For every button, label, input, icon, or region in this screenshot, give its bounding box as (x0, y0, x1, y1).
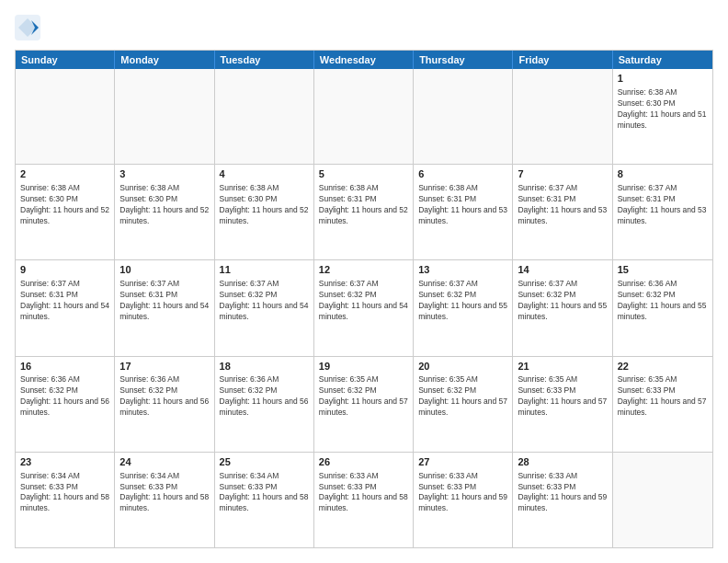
cell-info: Sunrise: 6:37 AM Sunset: 6:32 PM Dayligh… (319, 279, 408, 323)
day-number: 14 (518, 263, 607, 277)
cell-info: Sunrise: 6:37 AM Sunset: 6:31 PM Dayligh… (20, 279, 109, 323)
day-number: 20 (418, 360, 507, 373)
weekday-header-monday: Monday (115, 51, 214, 69)
day-number: 16 (20, 360, 109, 373)
day-number: 27 (418, 455, 507, 469)
calendar-cell-21: 21Sunrise: 6:35 AM Sunset: 6:33 PM Dayli… (513, 357, 612, 452)
cell-info: Sunrise: 6:38 AM Sunset: 6:31 PM Dayligh… (319, 183, 408, 227)
day-number: 23 (20, 455, 109, 469)
cell-info: Sunrise: 6:33 AM Sunset: 6:33 PM Dayligh… (319, 471, 408, 515)
calendar-row-4: 23Sunrise: 6:34 AM Sunset: 6:33 PM Dayli… (16, 452, 712, 547)
calendar-row-0: 1Sunrise: 6:38 AM Sunset: 6:30 PM Daylig… (16, 69, 712, 164)
weekday-header-thursday: Thursday (414, 51, 513, 69)
day-number: 22 (618, 360, 708, 373)
day-number: 7 (518, 167, 607, 181)
weekday-header-sunday: Sunday (16, 51, 115, 69)
calendar-row-1: 2Sunrise: 6:38 AM Sunset: 6:30 PM Daylig… (16, 164, 712, 259)
day-number: 3 (119, 167, 209, 181)
cell-info: Sunrise: 6:37 AM Sunset: 6:32 PM Dayligh… (418, 279, 507, 323)
day-number: 9 (20, 263, 109, 277)
cell-info: Sunrise: 6:35 AM Sunset: 6:32 PM Dayligh… (418, 374, 507, 419)
cell-info: Sunrise: 6:37 AM Sunset: 6:32 PM Dayligh… (220, 279, 309, 323)
day-number: 26 (319, 455, 408, 469)
calendar-cell-12: 12Sunrise: 6:37 AM Sunset: 6:32 PM Dayli… (314, 260, 414, 355)
cell-info: Sunrise: 6:34 AM Sunset: 6:33 PM Dayligh… (20, 471, 109, 515)
calendar: SundayMondayTuesdayWednesdayThursdayFrid… (15, 50, 713, 548)
calendar-cell-11: 11Sunrise: 6:37 AM Sunset: 6:32 PM Dayli… (215, 260, 314, 355)
day-number: 15 (618, 263, 708, 277)
calendar-row-3: 16Sunrise: 6:36 AM Sunset: 6:32 PM Dayli… (16, 356, 712, 452)
day-number: 1 (618, 72, 708, 86)
calendar-cell-10: 10Sunrise: 6:37 AM Sunset: 6:31 PM Dayli… (115, 260, 214, 355)
calendar-cell-16: 16Sunrise: 6:36 AM Sunset: 6:32 PM Dayli… (16, 357, 115, 452)
cell-info: Sunrise: 6:37 AM Sunset: 6:31 PM Dayligh… (518, 183, 607, 227)
header (15, 15, 713, 40)
calendar-cell-6: 6Sunrise: 6:38 AM Sunset: 6:31 PM Daylig… (414, 165, 513, 259)
cell-info: Sunrise: 6:37 AM Sunset: 6:31 PM Dayligh… (119, 279, 209, 323)
logo (15, 15, 44, 40)
calendar-cell-20: 20Sunrise: 6:35 AM Sunset: 6:32 PM Dayli… (414, 357, 513, 452)
cell-info: Sunrise: 6:37 AM Sunset: 6:31 PM Dayligh… (618, 183, 708, 227)
cell-info: Sunrise: 6:36 AM Sunset: 6:32 PM Dayligh… (618, 279, 708, 323)
calendar-cell-13: 13Sunrise: 6:37 AM Sunset: 6:32 PM Dayli… (414, 260, 513, 355)
calendar-cell-23: 23Sunrise: 6:34 AM Sunset: 6:33 PM Dayli… (16, 453, 115, 547)
logo-icon (15, 15, 40, 40)
calendar-cell-empty-0-4 (414, 69, 513, 164)
cell-info: Sunrise: 6:38 AM Sunset: 6:30 PM Dayligh… (618, 87, 708, 132)
cell-info: Sunrise: 6:36 AM Sunset: 6:32 PM Dayligh… (220, 374, 309, 419)
calendar-cell-empty-4-6 (613, 453, 712, 547)
day-number: 8 (618, 167, 708, 181)
day-number: 10 (119, 263, 209, 277)
calendar-body: 1Sunrise: 6:38 AM Sunset: 6:30 PM Daylig… (16, 69, 712, 547)
calendar-cell-18: 18Sunrise: 6:36 AM Sunset: 6:32 PM Dayli… (215, 357, 314, 452)
calendar-cell-9: 9Sunrise: 6:37 AM Sunset: 6:31 PM Daylig… (16, 260, 115, 355)
calendar-cell-empty-0-3 (314, 69, 414, 164)
cell-info: Sunrise: 6:38 AM Sunset: 6:30 PM Dayligh… (20, 183, 109, 227)
weekday-header-saturday: Saturday (613, 51, 712, 69)
day-number: 2 (20, 167, 109, 181)
day-number: 17 (119, 360, 209, 373)
weekday-header-wednesday: Wednesday (314, 51, 414, 69)
cell-info: Sunrise: 6:35 AM Sunset: 6:33 PM Dayligh… (618, 374, 708, 419)
calendar-cell-25: 25Sunrise: 6:34 AM Sunset: 6:33 PM Dayli… (215, 453, 314, 547)
calendar-cell-empty-0-5 (513, 69, 612, 164)
calendar-cell-15: 15Sunrise: 6:36 AM Sunset: 6:32 PM Dayli… (613, 260, 712, 355)
day-number: 13 (418, 263, 507, 277)
calendar-cell-14: 14Sunrise: 6:37 AM Sunset: 6:32 PM Dayli… (513, 260, 612, 355)
calendar-cell-1: 1Sunrise: 6:38 AM Sunset: 6:30 PM Daylig… (613, 69, 712, 164)
day-number: 11 (220, 263, 309, 277)
page: SundayMondayTuesdayWednesdayThursdayFrid… (0, 0, 728, 563)
cell-info: Sunrise: 6:37 AM Sunset: 6:32 PM Dayligh… (518, 279, 607, 323)
calendar-cell-17: 17Sunrise: 6:36 AM Sunset: 6:32 PM Dayli… (115, 357, 214, 452)
cell-info: Sunrise: 6:34 AM Sunset: 6:33 PM Dayligh… (119, 471, 209, 515)
calendar-cell-22: 22Sunrise: 6:35 AM Sunset: 6:33 PM Dayli… (613, 357, 712, 452)
cell-info: Sunrise: 6:34 AM Sunset: 6:33 PM Dayligh… (220, 471, 309, 515)
calendar-cell-empty-0-2 (215, 69, 314, 164)
day-number: 4 (220, 167, 309, 181)
calendar-cell-19: 19Sunrise: 6:35 AM Sunset: 6:32 PM Dayli… (314, 357, 414, 452)
calendar-cell-8: 8Sunrise: 6:37 AM Sunset: 6:31 PM Daylig… (613, 165, 712, 259)
day-number: 6 (418, 167, 507, 181)
calendar-row-2: 9Sunrise: 6:37 AM Sunset: 6:31 PM Daylig… (16, 259, 712, 355)
cell-info: Sunrise: 6:38 AM Sunset: 6:31 PM Dayligh… (418, 183, 507, 227)
calendar-cell-4: 4Sunrise: 6:38 AM Sunset: 6:30 PM Daylig… (215, 165, 314, 259)
cell-info: Sunrise: 6:35 AM Sunset: 6:32 PM Dayligh… (319, 374, 408, 419)
day-number: 5 (319, 167, 408, 181)
calendar-header: SundayMondayTuesdayWednesdayThursdayFrid… (16, 51, 712, 69)
cell-info: Sunrise: 6:33 AM Sunset: 6:33 PM Dayligh… (518, 471, 607, 515)
calendar-cell-empty-0-1 (115, 69, 214, 164)
calendar-cell-7: 7Sunrise: 6:37 AM Sunset: 6:31 PM Daylig… (513, 165, 612, 259)
calendar-cell-empty-0-0 (16, 69, 115, 164)
day-number: 19 (319, 360, 408, 373)
calendar-cell-26: 26Sunrise: 6:33 AM Sunset: 6:33 PM Dayli… (314, 453, 414, 547)
cell-info: Sunrise: 6:36 AM Sunset: 6:32 PM Dayligh… (20, 374, 109, 419)
cell-info: Sunrise: 6:35 AM Sunset: 6:33 PM Dayligh… (518, 374, 607, 419)
calendar-cell-2: 2Sunrise: 6:38 AM Sunset: 6:30 PM Daylig… (16, 165, 115, 259)
day-number: 24 (119, 455, 209, 469)
calendar-cell-28: 28Sunrise: 6:33 AM Sunset: 6:33 PM Dayli… (513, 453, 612, 547)
cell-info: Sunrise: 6:38 AM Sunset: 6:30 PM Dayligh… (119, 183, 209, 227)
day-number: 21 (518, 360, 607, 373)
cell-info: Sunrise: 6:38 AM Sunset: 6:30 PM Dayligh… (220, 183, 309, 227)
calendar-cell-27: 27Sunrise: 6:33 AM Sunset: 6:33 PM Dayli… (414, 453, 513, 547)
day-number: 12 (319, 263, 408, 277)
